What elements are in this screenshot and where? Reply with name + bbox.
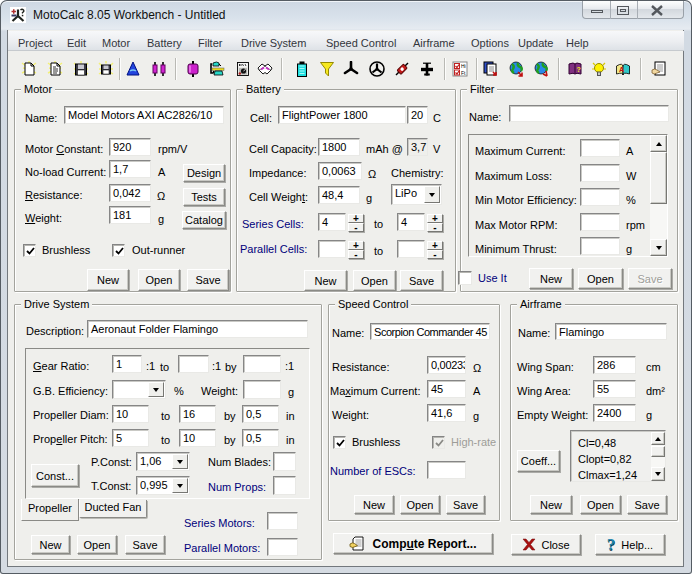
svg-text:Hi: Hi bbox=[461, 63, 466, 69]
svg-text:Ft: Ft bbox=[461, 70, 466, 76]
svg-text:A: A bbox=[619, 66, 624, 73]
svg-text:?: ? bbox=[577, 66, 581, 73]
